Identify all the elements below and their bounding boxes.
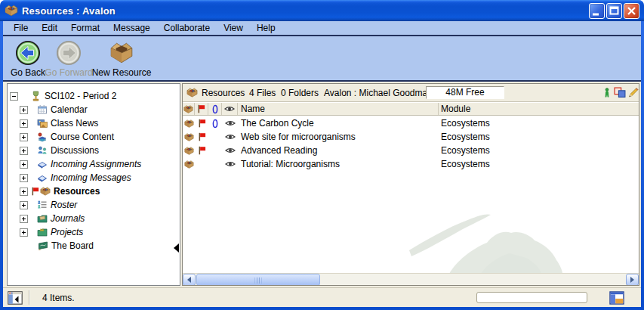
menu-view[interactable]: View bbox=[217, 22, 250, 34]
tree-item-the-board[interactable]: The Board bbox=[8, 239, 180, 253]
flag-icon bbox=[31, 187, 39, 196]
messages-icon bbox=[37, 172, 48, 183]
pencil-icon[interactable] bbox=[628, 87, 639, 98]
paperclip-icon bbox=[211, 104, 219, 114]
collapse-toggle-icon[interactable] bbox=[10, 92, 18, 101]
account-label: Avalon : Michael Goodman bbox=[324, 88, 433, 98]
column-attachment[interactable] bbox=[208, 103, 222, 115]
app-resource-box-icon[interactable] bbox=[5, 4, 18, 17]
expand-toggle-icon[interactable] bbox=[20, 201, 28, 209]
resource-name: Tutorial: Microorganisms bbox=[238, 157, 439, 171]
eye-icon[interactable] bbox=[225, 160, 236, 168]
resource-module: Ecosystems bbox=[439, 144, 490, 157]
menu-message[interactable]: Message bbox=[106, 22, 157, 34]
expand-toggle-icon[interactable] bbox=[20, 188, 28, 196]
statusbar-divider bbox=[29, 290, 29, 305]
file-count: 4 Files bbox=[249, 88, 276, 98]
tree-item-incoming-assignments[interactable]: Incoming Assignments bbox=[8, 157, 180, 171]
resource-row[interactable]: Web site for microorganisms Ecosystems bbox=[183, 130, 639, 144]
discussions-icon bbox=[37, 145, 48, 156]
statusbar: 4 Items. bbox=[3, 287, 641, 307]
expand-toggle-icon[interactable] bbox=[20, 160, 28, 169]
expand-toggle-icon[interactable] bbox=[20, 119, 28, 128]
expand-toggle-icon[interactable] bbox=[20, 228, 28, 237]
resource-module: Ecosystems bbox=[439, 157, 490, 171]
menu-edit[interactable]: Edit bbox=[35, 22, 64, 34]
eye-icon[interactable] bbox=[225, 119, 236, 127]
column-name[interactable]: Name bbox=[238, 103, 439, 115]
column-module[interactable]: Module bbox=[439, 103, 639, 115]
resource-row[interactable]: Advanced Reading Ecosystems bbox=[183, 144, 639, 157]
paperclip-icon bbox=[211, 119, 219, 129]
eye-icon[interactable] bbox=[225, 147, 236, 154]
expand-toggle-icon[interactable] bbox=[20, 174, 28, 182]
scroll-right-button[interactable] bbox=[626, 274, 639, 286]
scrollbar-thumb[interactable] bbox=[196, 274, 320, 286]
layout-panels-icon[interactable] bbox=[609, 290, 624, 305]
maximize-button[interactable] bbox=[606, 3, 622, 19]
calendar-icon bbox=[37, 104, 48, 115]
resource-row[interactable]: Tutorial: Microorganisms Ecosystems bbox=[183, 157, 639, 171]
splitter-collapse-arrow-icon[interactable] bbox=[174, 243, 179, 253]
scroll-left-button[interactable] bbox=[183, 274, 196, 286]
menu-collaborate[interactable]: Collaborate bbox=[157, 22, 217, 34]
flag-icon bbox=[198, 132, 206, 141]
layers-icon[interactable] bbox=[614, 87, 626, 98]
resource-name: Web site for microorganisms bbox=[238, 130, 439, 144]
app-window: Resources : Avalon File Edit Format Mess… bbox=[0, 0, 644, 310]
tree-item-course-content[interactable]: Course Content bbox=[8, 130, 180, 144]
titlebar: Resources : Avalon bbox=[0, 0, 644, 21]
column-resource-type[interactable] bbox=[183, 103, 195, 115]
menu-help[interactable]: Help bbox=[250, 22, 282, 34]
new-resource-button[interactable]: New Resource bbox=[89, 40, 154, 78]
course-icon bbox=[30, 91, 42, 102]
tree-item-class-news[interactable]: Class News bbox=[8, 116, 180, 130]
window-controls bbox=[589, 3, 639, 19]
watermark-image bbox=[405, 203, 568, 276]
flag-icon bbox=[197, 104, 205, 113]
resource-row[interactable]: The Carbon Cycle Ecosystems bbox=[183, 116, 639, 130]
flag-icon bbox=[198, 146, 206, 155]
expand-toggle-icon[interactable] bbox=[20, 215, 28, 223]
journals-icon bbox=[37, 213, 48, 224]
tree-item-projects[interactable]: Projects bbox=[8, 225, 180, 239]
tree-item-resources[interactable]: Resources bbox=[8, 184, 180, 198]
resources-panel: Resources 4 Files 0 Folders Avalon : Mic… bbox=[182, 83, 639, 286]
tree-item-discussions[interactable]: Discussions bbox=[8, 144, 180, 157]
expand-toggle-icon[interactable] bbox=[20, 133, 28, 141]
chevron-left-icon bbox=[187, 277, 191, 283]
course-tree-panel: SCI102 - Period 2 Calendar Class News Co… bbox=[7, 83, 180, 286]
minimize-button[interactable] bbox=[589, 3, 605, 19]
table-header: Name Module bbox=[183, 103, 639, 116]
expand-toggle-icon[interactable] bbox=[20, 106, 28, 114]
column-visibility[interactable] bbox=[222, 103, 238, 115]
tree-item-journals[interactable]: Journals bbox=[8, 212, 180, 225]
menu-format[interactable]: Format bbox=[64, 22, 106, 34]
horizontal-scrollbar[interactable] bbox=[183, 273, 639, 285]
eye-icon bbox=[224, 105, 235, 113]
folder-count: 0 Folders bbox=[281, 88, 319, 98]
tree-item-course-root[interactable]: SCI102 - Period 2 bbox=[8, 89, 180, 103]
go-forward-button[interactable]: Go Forward bbox=[44, 40, 94, 78]
menu-file[interactable]: File bbox=[7, 22, 35, 34]
resource-box-icon bbox=[184, 132, 194, 142]
eye-icon[interactable] bbox=[225, 133, 236, 141]
resources-box-icon bbox=[186, 87, 198, 98]
toggle-tree-panel-icon[interactable] bbox=[8, 291, 23, 305]
minimize-icon bbox=[590, 4, 604, 18]
tree-item-calendar[interactable]: Calendar bbox=[8, 103, 180, 116]
maximize-icon bbox=[607, 4, 621, 18]
close-button[interactable] bbox=[624, 3, 639, 19]
resource-module: Ecosystems bbox=[439, 116, 490, 130]
column-flag[interactable] bbox=[195, 103, 208, 115]
progress-meter bbox=[476, 292, 587, 303]
expand-toggle-icon[interactable] bbox=[20, 147, 28, 155]
tree-item-roster[interactable]: Roster bbox=[8, 198, 180, 212]
course-content-icon bbox=[37, 132, 48, 142]
person-icon[interactable] bbox=[603, 87, 611, 98]
tree-item-incoming-messages[interactable]: Incoming Messages bbox=[8, 171, 180, 184]
board-icon bbox=[38, 240, 48, 251]
resource-box-icon bbox=[184, 160, 194, 169]
resource-box-icon bbox=[184, 119, 194, 129]
resource-name: The Carbon Cycle bbox=[238, 116, 439, 130]
